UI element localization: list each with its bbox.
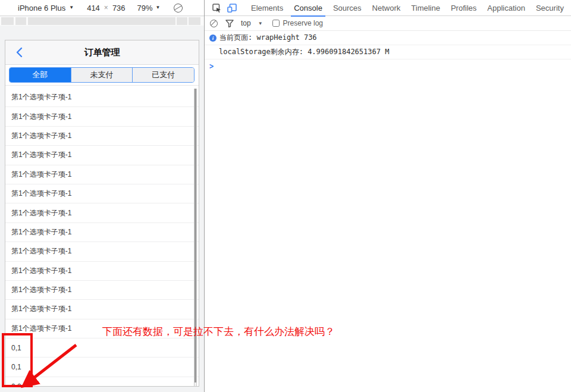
segmented-control-bar: 全部 未支付 已支付: [5, 65, 199, 86]
screenshot-root: iPhone 6 Plus ▼ 414 × 736 79% ▼: [0, 0, 571, 392]
tab-timeline[interactable]: Timeline: [406, 0, 445, 16]
list-item[interactable]: 第1个选项卡子项-1: [5, 223, 199, 242]
console-message-text: localStorage剩余内存: 4.996091842651367 M: [219, 47, 389, 57]
rotate-device-icon[interactable]: [172, 2, 183, 13]
console-messages: 当前页面: wrapHeight 736 localStorage剩余内存: 4…: [205, 31, 571, 73]
tab-application[interactable]: Application: [482, 0, 531, 16]
preserve-log-checkbox[interactable]: [272, 20, 280, 27]
list-item[interactable]: 第1个选项卡子项-1: [5, 127, 199, 146]
tab-paid[interactable]: 已支付: [132, 68, 194, 82]
app-header: 订单管理: [5, 40, 199, 65]
console-prompt[interactable]: >: [205, 59, 571, 73]
device-mode-icon: [227, 4, 237, 12]
execution-context-select[interactable]: top ▼: [241, 19, 263, 27]
media-query-bar-row: [0, 17, 204, 26]
tab-sources[interactable]: Sources: [328, 0, 367, 16]
list-item[interactable]: 第1个选项卡子项-1: [5, 184, 199, 203]
filter-icon[interactable]: [225, 20, 234, 27]
inspect-cursor-icon: [212, 4, 221, 12]
media-query-bar: [177, 17, 187, 25]
device-select-label: iPhone 6 Plus: [18, 4, 65, 12]
media-query-bar: [28, 17, 175, 25]
annotation-arrow-icon: [15, 338, 83, 390]
context-label: top: [241, 19, 251, 27]
prompt-chevron-icon: >: [209, 61, 214, 71]
list-item[interactable]: 第1个选项卡子项-1: [5, 107, 199, 126]
zoom-level-label: 79%: [137, 4, 153, 12]
toggle-device-toolbar-icon[interactable]: [227, 3, 237, 12]
clear-console-icon[interactable]: [210, 20, 218, 27]
tab-elements[interactable]: Elements: [246, 0, 288, 16]
list-item[interactable]: 第1个选项卡子项-1: [5, 146, 199, 165]
preserve-log-label[interactable]: Preserve log: [283, 19, 323, 27]
console-toolbar: top ▼ Preserve log: [205, 16, 571, 31]
devtools-tab-bar: Elements Console Sources Network Timelin…: [205, 0, 571, 16]
list-item[interactable]: 第1个选项卡子项-1: [5, 262, 199, 281]
media-query-bar: [1, 17, 14, 25]
info-icon: [209, 35, 217, 42]
list-item[interactable]: 第1个选项卡子项-1: [5, 242, 199, 261]
device-select[interactable]: iPhone 6 Plus ▼: [18, 4, 74, 12]
preserve-log-control: Preserve log: [272, 19, 323, 27]
tab-profiles[interactable]: Profiles: [445, 0, 482, 16]
list-item[interactable]: 第1个选项卡子项-1: [5, 88, 199, 107]
list-item[interactable]: 第1个选项卡子项-1: [5, 300, 199, 319]
chevron-down-icon: ▼: [156, 5, 161, 10]
tab-network[interactable]: Network: [367, 0, 406, 16]
chevron-down-icon: ▼: [258, 21, 263, 26]
tab-unpaid[interactable]: 未支付: [71, 68, 133, 82]
console-message-log: localStorage剩余内存: 4.996091842651367 M: [205, 45, 571, 59]
list-item[interactable]: 第1个选项卡子项-1: [5, 165, 199, 184]
back-button[interactable]: [12, 46, 26, 59]
media-query-bar: [15, 17, 26, 25]
segmented-control: 全部 未支付 已支付: [9, 67, 194, 83]
dimension-separator: ×: [104, 4, 108, 12]
tab-console[interactable]: Console: [288, 0, 328, 16]
console-message-info: 当前页面: wrapHeight 736: [205, 31, 571, 45]
list-item[interactable]: 第1个选项卡子项-1: [5, 281, 199, 300]
inspect-element-icon[interactable]: [212, 3, 221, 12]
tab-all[interactable]: 全部: [10, 68, 71, 82]
funnel-icon: [225, 20, 234, 27]
device-toolbar: iPhone 6 Plus ▼ 414 × 736 79% ▼: [0, 0, 204, 16]
media-query-bar: [189, 17, 200, 25]
zoom-select[interactable]: 79% ▼: [137, 4, 161, 12]
list-scrollbar-track[interactable]: [194, 89, 197, 387]
chevron-down-icon: ▼: [69, 5, 74, 10]
list-item[interactable]: 第1个选项卡子项-1: [5, 203, 199, 222]
back-chevron-icon: [16, 47, 23, 58]
device-height-field[interactable]: 736: [112, 4, 126, 12]
annotation-note: 下面还有数据，可是拉不下去，有什么办法解决吗？: [102, 325, 335, 338]
page-title: 订单管理: [84, 47, 120, 58]
device-width-field[interactable]: 414: [87, 4, 100, 12]
tab-security[interactable]: Security: [531, 0, 569, 16]
device-dimensions: 414 × 736: [87, 4, 125, 12]
console-message-text: 当前页面: wrapHeight 736: [219, 33, 317, 43]
